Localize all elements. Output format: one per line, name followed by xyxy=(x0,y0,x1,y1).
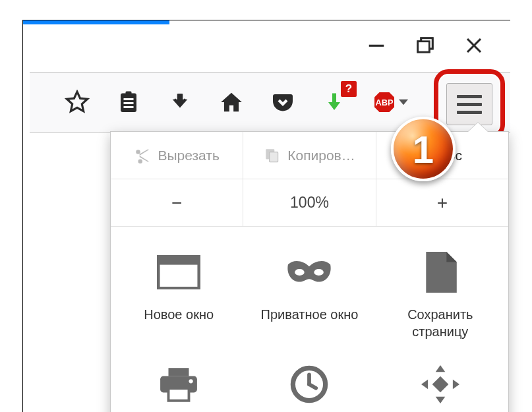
close-icon xyxy=(464,36,484,55)
callout-badge-1: 1 xyxy=(391,117,456,181)
zoom-row: − 100% + xyxy=(111,179,508,227)
mask-icon xyxy=(286,259,332,285)
star-icon xyxy=(65,90,90,115)
reading-list-button[interactable] xyxy=(115,89,142,115)
svg-rect-15 xyxy=(270,152,278,162)
copy-label: Копиров… xyxy=(287,148,355,163)
save-page-label: Сохранить страницу xyxy=(379,306,502,340)
hamburger-icon xyxy=(457,95,482,98)
menu-panel: Вырезать Копиров… Вс − 100% + xyxy=(110,131,509,412)
cut-button[interactable]: Вырезать xyxy=(111,132,243,179)
fullscreen-icon xyxy=(421,365,459,403)
maximize-button[interactable] xyxy=(415,36,435,55)
cut-label: Вырезать xyxy=(158,148,219,163)
zoom-level[interactable]: 100% xyxy=(243,179,376,226)
menu-button[interactable] xyxy=(446,83,492,125)
active-tab-indicator[interactable] xyxy=(23,20,169,24)
private-window-button[interactable]: Приватное окно xyxy=(244,243,374,355)
new-window-label: Новое окно xyxy=(144,306,214,323)
private-window-label: Приватное окно xyxy=(261,306,359,323)
clock-icon xyxy=(290,365,328,403)
action-grid: Новое окно Приватное окно Сохранить стра… xyxy=(111,227,508,412)
plus-icon: + xyxy=(437,192,448,214)
downloads-button[interactable] xyxy=(167,89,193,115)
zoom-value: 100% xyxy=(290,194,329,212)
scissors-icon xyxy=(134,147,151,164)
clipboard-list-icon xyxy=(117,90,140,114)
svg-rect-10 xyxy=(124,102,134,104)
adblock-plus-button[interactable]: ABP xyxy=(372,89,408,115)
download-arrow-icon xyxy=(169,91,191,113)
svg-rect-22 xyxy=(169,368,189,376)
svg-point-20 xyxy=(295,269,305,276)
print-button[interactable] xyxy=(113,355,244,412)
home-button[interactable] xyxy=(218,89,245,115)
svg-line-28 xyxy=(309,384,316,388)
new-window-button[interactable]: Новое окно xyxy=(113,243,244,355)
save-page-button[interactable]: Сохранить страницу xyxy=(375,243,506,355)
tab-strip xyxy=(23,20,510,26)
minimize-icon xyxy=(367,36,386,55)
chevron-down-icon xyxy=(399,99,408,105)
badge-question-icon: ? xyxy=(341,81,357,97)
printer-icon xyxy=(158,366,199,403)
svg-rect-19 xyxy=(158,256,199,265)
history-button[interactable] xyxy=(244,355,374,412)
svg-rect-24 xyxy=(169,388,189,401)
bookmark-star-button[interactable] xyxy=(64,89,90,115)
svg-rect-8 xyxy=(126,92,132,96)
zoom-in-button[interactable]: + xyxy=(376,179,508,226)
svg-rect-11 xyxy=(124,106,134,108)
maximize-icon xyxy=(415,36,435,55)
browser-window: ? ABP Вырезать Копиров… xyxy=(22,20,510,412)
download-status-button[interactable]: ? xyxy=(321,89,347,115)
window-icon xyxy=(157,255,200,289)
fullscreen-button[interactable] xyxy=(375,355,506,412)
page-icon xyxy=(423,252,458,293)
home-icon xyxy=(219,90,244,115)
pocket-icon xyxy=(271,90,295,114)
svg-text:ABP: ABP xyxy=(376,98,394,107)
svg-point-25 xyxy=(189,379,193,383)
minimize-button[interactable] xyxy=(367,36,386,55)
svg-rect-9 xyxy=(124,98,134,100)
window-controls xyxy=(339,30,510,61)
copy-button[interactable]: Копиров… xyxy=(243,132,376,179)
callout-number: 1 xyxy=(413,127,434,171)
copy-icon xyxy=(264,147,281,164)
pocket-button[interactable] xyxy=(270,89,296,115)
svg-rect-0 xyxy=(369,45,384,47)
menu-arrow xyxy=(467,123,488,132)
minus-icon: − xyxy=(171,192,182,214)
zoom-out-button[interactable]: − xyxy=(111,179,243,226)
svg-rect-29 xyxy=(432,376,449,393)
close-button[interactable] xyxy=(464,36,484,55)
svg-point-21 xyxy=(314,269,324,276)
stop-sign-icon: ABP xyxy=(372,90,396,114)
svg-rect-4 xyxy=(418,42,430,52)
